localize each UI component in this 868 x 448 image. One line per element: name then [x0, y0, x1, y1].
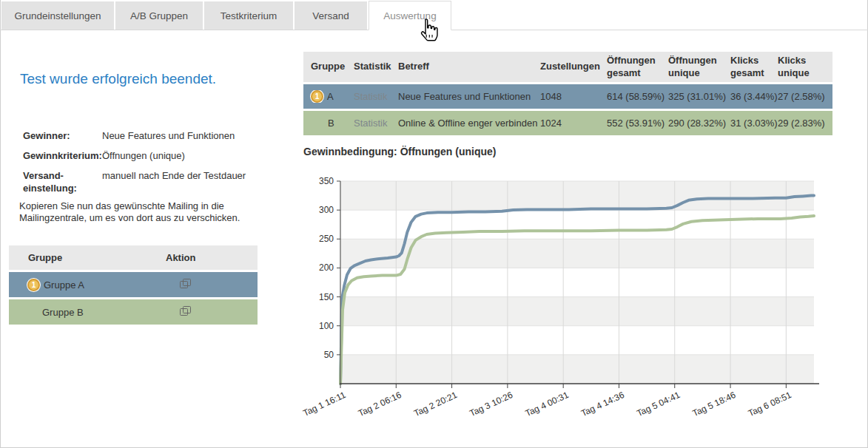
row-b-betreff: Online & Offline enger verbinden	[398, 118, 540, 129]
group-row-b: Gruppe B	[9, 299, 258, 325]
tab-ab-gruppen[interactable]: A/B Gruppen	[115, 1, 203, 30]
svg-text:100: 100	[319, 321, 334, 331]
group-a-name: Gruppe A	[44, 279, 84, 291]
svg-text:350: 350	[319, 176, 334, 186]
info-row-gewinnkriterium: Gewinnkriterium: Öffnungen (unique)	[23, 150, 267, 163]
versandeinstellung-value: manuell nach Ende der Testdauer	[102, 170, 246, 195]
row-b-zustellungen: 1024	[540, 118, 607, 129]
row-a-klicks-gesamt: 36 (3.44%)	[730, 91, 778, 102]
header-oeffnungen-gesamt: Öffnungen gesamt	[607, 52, 668, 82]
winner-medal-icon: 1	[27, 279, 40, 291]
info-row-versandeinstellung: Versand- einstellung: manuell nach Ende …	[23, 170, 267, 195]
results-row-b: B Statistik Online & Offline enger verbi…	[303, 111, 832, 135]
row-b-klicks-gesamt: 31 (3.03%)	[730, 118, 778, 129]
winner-medal-icon: 1	[311, 90, 323, 103]
tab-grundeinstellungen[interactable]: Grundeinstellungen	[1, 1, 114, 30]
header-klicks-unique: Klicks unique	[778, 52, 832, 82]
header-zustellungen: Zustellungen	[540, 58, 607, 75]
svg-text:Tag 4 14:36: Tag 4 14:36	[579, 390, 626, 418]
tab-auswertung[interactable]: Auswertung	[369, 1, 451, 30]
svg-text:Tag 5 18:46: Tag 5 18:46	[691, 390, 738, 418]
row-a-betreff: Neue Features und Funktionen	[398, 91, 540, 102]
row-b-group: B	[328, 118, 334, 129]
tab-testkriterium[interactable]: Testkriterium	[204, 1, 293, 30]
svg-text:Tag 1 16:11: Tag 1 16:11	[302, 390, 348, 418]
versandeinstellung-label: Versand- einstellung:	[23, 170, 102, 195]
tab-versand[interactable]: Versand	[295, 1, 367, 30]
groups-table-header: Gruppe Aktion	[9, 245, 258, 270]
header-klicks-gesamt: Klicks gesamt	[730, 52, 778, 82]
copy-mailing-note: Kopieren Sie nun das gewünschte Mailing …	[19, 200, 268, 225]
results-table-header: Gruppe Statistik Betreff Zustellungen Öf…	[303, 52, 832, 82]
winner-info: Gewinner: Neue Features und Funktionen G…	[23, 130, 267, 203]
header-betreff: Betreff	[398, 58, 540, 75]
row-b-oeffnungen-unique: 290 (28.32%)	[668, 118, 730, 129]
gewinnkriterium-value: Öffnungen (unique)	[102, 150, 185, 163]
tab-bar: Grundeinstellungen A/B Gruppen Testkrite…	[0, 0, 868, 30]
statistik-link-a[interactable]: Statistik	[354, 91, 388, 102]
line-chart: 50100150200250300350Tag 1 16:11Tag 2 06:…	[302, 172, 842, 427]
statistik-link-b[interactable]: Statistik	[354, 118, 388, 129]
row-a-oeffnungen-unique: 325 (31.01%)	[668, 91, 730, 102]
svg-text:50: 50	[324, 350, 334, 360]
svg-text:Tag 4 00:31: Tag 4 00:31	[524, 390, 571, 418]
row-a-zustellungen: 1048	[540, 91, 607, 102]
groups-header-aktion: Aktion	[164, 252, 258, 263]
svg-text:Tag 2 20:21: Tag 2 20:21	[412, 390, 459, 418]
svg-text:300: 300	[319, 205, 334, 215]
group-b-name: Gruppe B	[42, 307, 84, 318]
results-row-a: 1 A Statistik Neue Features und Funktion…	[303, 84, 832, 109]
svg-text:200: 200	[319, 262, 334, 273]
header-gruppe: Gruppe	[303, 58, 354, 75]
info-row-gewinner: Gewinner: Neue Features und Funktionen	[23, 130, 267, 143]
row-b-oeffnungen-gesamt: 552 (53.91%)	[607, 118, 668, 129]
success-headline: Test wurde erfolgreich beendet.	[20, 71, 216, 87]
copy-icon[interactable]	[180, 306, 191, 316]
svg-text:250: 250	[319, 234, 334, 244]
groups-table: Gruppe Aktion 1 Gruppe A Gruppe B	[9, 245, 258, 325]
row-a-klicks-unique: 27 (2.58%)	[778, 91, 832, 102]
results-table: Gruppe Statistik Betreff Zustellungen Öf…	[303, 52, 832, 135]
header-oeffnungen-unique: Öffnungen unique	[668, 52, 730, 82]
groups-header-gruppe: Gruppe	[9, 252, 164, 263]
row-a-oeffnungen-gesamt: 614 (58.59%)	[607, 91, 668, 102]
svg-text:150: 150	[319, 292, 334, 302]
chart-title: Gewinnbedingung: Öffnungen (unique)	[303, 146, 497, 157]
svg-text:Tag 6 08:51: Tag 6 08:51	[747, 390, 793, 418]
header-statistik: Statistik	[354, 58, 398, 75]
group-row-a: 1 Gruppe A	[9, 272, 258, 297]
row-b-klicks-unique: 29 (2.83%)	[778, 118, 832, 129]
gewinner-value: Neue Features und Funktionen	[102, 130, 235, 143]
ab-test-evaluation-page: Grundeinstellungen A/B Gruppen Testkrite…	[0, 0, 868, 448]
svg-text:Tag 3 10:26: Tag 3 10:26	[468, 390, 514, 418]
svg-text:Tag 5 04:41: Tag 5 04:41	[635, 390, 682, 418]
gewinnkriterium-label: Gewinnkriterium:	[23, 150, 102, 163]
row-a-group: A	[327, 91, 334, 102]
svg-text:Tag 2 06:16: Tag 2 06:16	[357, 390, 403, 418]
copy-icon[interactable]	[180, 279, 191, 289]
gewinner-label: Gewinner:	[23, 130, 102, 143]
